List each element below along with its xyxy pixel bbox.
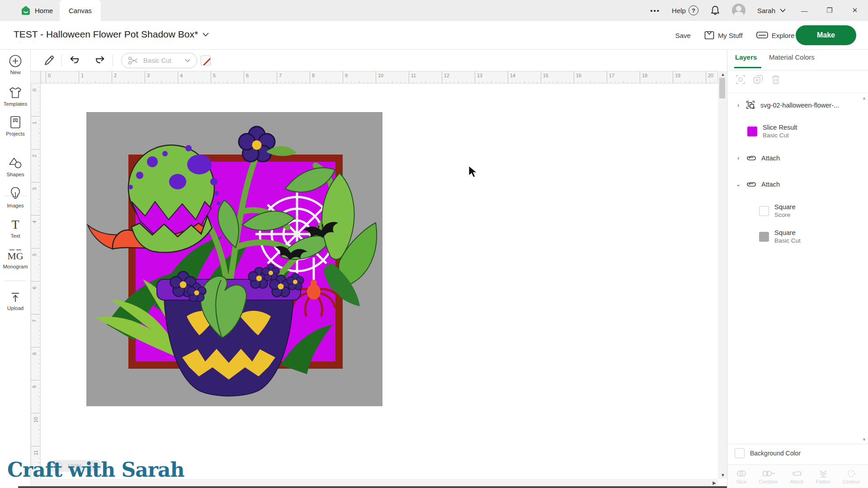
- ruler-left-number: 8: [32, 352, 37, 355]
- my-stuff-envelope-icon: [704, 31, 714, 40]
- craft-with-sarah-watermark: Craft with Sarah: [7, 458, 184, 481]
- layer-color-swatch[interactable]: [759, 206, 769, 216]
- no-fill-color-swatch[interactable]: [201, 56, 211, 66]
- chevron-right-icon[interactable]: ›: [735, 155, 741, 161]
- ruler-left-number: 10: [33, 417, 38, 422]
- scroll-up-arrow[interactable]: ▲: [721, 72, 725, 77]
- layer-row-slice-result[interactable]: Slice Result Basic Cut: [747, 124, 868, 139]
- group-layers-icon: [746, 100, 756, 110]
- shapes-icon: [8, 156, 23, 170]
- delete-trash-icon[interactable]: [771, 75, 780, 84]
- ruler-left-number: 11: [33, 450, 38, 455]
- halloween-flower-pot-artwork[interactable]: [86, 112, 382, 406]
- scroll-down-arrow[interactable]: ▼: [721, 473, 725, 478]
- ruler-left-number: 2: [32, 155, 37, 157]
- layers-scroll-up-arrow[interactable]: ▲: [862, 96, 866, 100]
- background-color-row[interactable]: Background Color: [735, 448, 801, 458]
- user-avatar[interactable]: [732, 4, 745, 17]
- user-menu-chevron-down-icon[interactable]: [780, 9, 786, 13]
- combine-button[interactable]: Combine: [759, 469, 778, 484]
- sidebar-label-templates: Templates: [4, 101, 27, 107]
- attach-paperclip-icon: [746, 181, 757, 188]
- sidebar-item-templates[interactable]: Templates: [0, 86, 31, 107]
- redo-button[interactable]: [94, 56, 106, 66]
- slice-button[interactable]: Slice: [736, 469, 747, 484]
- edit-toolbar: Basic Cut: [31, 50, 727, 71]
- ruler-left-number: 7: [32, 319, 37, 322]
- ruler-top-number: 2: [114, 73, 117, 78]
- linetype-chevron-down-icon: [185, 59, 190, 62]
- attach-button[interactable]: Attach: [790, 469, 804, 484]
- ruler-top-number: 4: [180, 73, 183, 78]
- select-all-icon[interactable]: [736, 75, 745, 84]
- layer-title: svg-02-halloween-flower-...: [760, 102, 839, 109]
- linetype-dropdown[interactable]: Basic Cut: [121, 53, 197, 68]
- duplicate-icon[interactable]: [753, 75, 763, 84]
- flatten-button[interactable]: Flatten: [816, 469, 830, 484]
- layer-row-attach-expanded[interactable]: ⌄ Attach: [735, 181, 868, 188]
- tab-canvas[interactable]: Canvas: [60, 0, 101, 21]
- user-name[interactable]: Sarah: [757, 7, 775, 14]
- chevron-right-icon[interactable]: ›: [735, 102, 741, 108]
- sidebar-item-upload[interactable]: Upload: [0, 291, 31, 311]
- canvas-vertical-scrollbar[interactable]: ▲ ▼: [718, 71, 727, 479]
- layer-color-swatch[interactable]: [747, 127, 757, 136]
- sidebar-item-text[interactable]: T Text: [0, 218, 31, 239]
- layers-scroll-down-arrow[interactable]: ▼: [862, 437, 866, 442]
- background-color-label: Background Color: [750, 450, 801, 457]
- sidebar-label-monogram: Monogram: [3, 264, 28, 269]
- restore-button[interactable]: ❐: [823, 6, 836, 14]
- ruler-top-number: 8: [312, 73, 315, 78]
- ruler-horizontal: 01234567891011121314151617181920: [41, 71, 718, 84]
- notifications-bell-icon[interactable]: [710, 5, 720, 16]
- layer-row-square-basic-cut[interactable]: Square Basic Cut: [759, 229, 868, 244]
- panel-divider: [727, 70, 868, 70]
- make-button[interactable]: Make: [796, 25, 856, 45]
- upload-arrow-icon: [9, 291, 22, 304]
- ruler-left-number: 5: [32, 253, 37, 256]
- ruler-top-number: 17: [609, 73, 614, 78]
- close-button[interactable]: ✕: [848, 6, 862, 14]
- window-tab-bar: Home Canvas ••• Help ? Sarah — ❐ ✕: [0, 0, 868, 21]
- contour-button[interactable]: Contour: [843, 469, 859, 484]
- save-button[interactable]: Save: [675, 32, 691, 39]
- home-icon: [21, 5, 31, 15]
- minimize-button[interactable]: —: [797, 7, 811, 14]
- edit-pencil-button[interactable]: [43, 55, 55, 66]
- scissors-icon: [128, 56, 139, 65]
- chevron-down-icon[interactable]: ⌄: [735, 181, 741, 188]
- mouse-cursor: [468, 165, 478, 178]
- layer-color-swatch[interactable]: [759, 232, 769, 242]
- attach-paperclip-icon: [746, 155, 757, 161]
- scroll-right-arrow[interactable]: ▶: [712, 480, 716, 485]
- save-label: Save: [675, 32, 691, 39]
- machine-select-button[interactable]: Explore 3: [756, 31, 800, 39]
- sidebar-label-projects: Projects: [6, 131, 25, 136]
- background-color-swatch[interactable]: [735, 448, 745, 458]
- layer-row-attach-collapsed[interactable]: › Attach: [735, 155, 868, 162]
- my-stuff-button[interactable]: My Stuff: [704, 31, 743, 40]
- project-title-menu[interactable]: TEST - Halloween Flower Pot Shadow Box*: [14, 29, 209, 40]
- help-button[interactable]: Help ?: [672, 5, 698, 15]
- sidebar-item-images[interactable]: Images: [0, 187, 31, 208]
- tab-home[interactable]: Home: [12, 0, 62, 21]
- ruler-top-number: 11: [411, 73, 416, 78]
- cricut-design-space-window: Home Canvas ••• Help ? Sarah — ❐ ✕: [0, 0, 868, 488]
- question-icon: ?: [689, 5, 698, 15]
- undo-button[interactable]: [68, 56, 81, 66]
- layer-row-square-score[interactable]: Square Score: [759, 203, 868, 218]
- layer-row-group[interactable]: › svg-02-halloween-flower-...: [735, 100, 868, 110]
- ruler-top-number: 0: [48, 73, 51, 78]
- more-menu-button[interactable]: •••: [650, 7, 660, 14]
- ruler-left-number: 1: [32, 122, 37, 124]
- tab-layers[interactable]: Layers: [735, 53, 757, 61]
- ruler-top-number: 15: [543, 73, 548, 78]
- sidebar-label-shapes: Shapes: [6, 172, 24, 177]
- sidebar-item-projects[interactable]: Projects: [0, 116, 31, 136]
- vertical-scroll-thumb[interactable]: [719, 78, 725, 99]
- tab-material-colors[interactable]: Material Colors: [769, 53, 815, 61]
- sidebar-item-shapes[interactable]: Shapes: [0, 156, 31, 177]
- sidebar-item-new[interactable]: New: [0, 54, 31, 75]
- ruler-left-number: 4: [32, 221, 37, 223]
- sidebar-item-monogram[interactable]: MG Monogram: [0, 249, 31, 269]
